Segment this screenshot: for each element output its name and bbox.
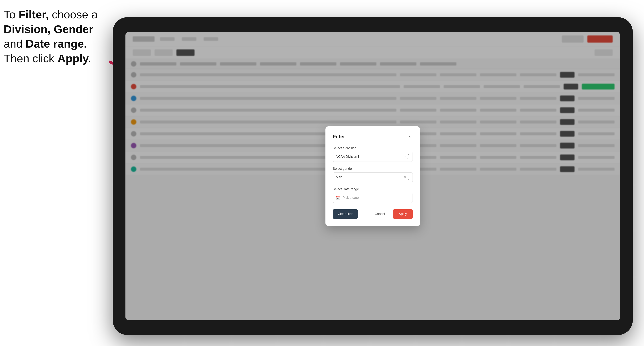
modal-title: Filter xyxy=(333,134,345,140)
close-icon: × xyxy=(408,134,411,139)
modal-overlay: Filter × Select a division NCAA Division… xyxy=(126,32,620,320)
date-range-field: Select Date range 📅 Pick a date xyxy=(333,187,413,203)
apply-button[interactable]: Apply xyxy=(393,209,413,219)
division-clear-icon[interactable]: × xyxy=(404,155,406,159)
gender-selected-value: Men xyxy=(336,175,342,179)
tablet-device: Filter × Select a division NCAA Division… xyxy=(113,17,633,335)
instruction-line3: and Date range. xyxy=(4,37,87,50)
instruction-line4: Then click Apply. xyxy=(4,52,91,65)
gender-select-controls: × ⌃⌵ xyxy=(404,174,410,180)
date-placeholder: Pick a date xyxy=(342,196,359,200)
modal-footer: Clear filter Cancel Apply xyxy=(333,209,413,219)
instruction-bold-division-gender: Division, Gender xyxy=(4,23,93,35)
tablet-screen: Filter × Select a division NCAA Division… xyxy=(126,32,620,320)
instruction-panel: To Filter, choose a Division, Gender and… xyxy=(4,7,109,66)
modal-close-button[interactable]: × xyxy=(406,134,413,140)
instruction-bold-date-range: Date range. xyxy=(26,37,87,50)
cancel-button[interactable]: Cancel xyxy=(370,209,390,219)
filter-modal: Filter × Select a division NCAA Division… xyxy=(326,126,420,226)
date-range-input[interactable]: 📅 Pick a date xyxy=(333,193,413,203)
calendar-icon: 📅 xyxy=(336,196,340,200)
division-label: Select a division xyxy=(333,146,413,150)
instruction-bold-apply: Apply. xyxy=(58,52,91,65)
gender-clear-icon[interactable]: × xyxy=(404,175,406,179)
modal-footer-actions: Cancel Apply xyxy=(370,209,413,219)
division-selected-value: NCAA Division I xyxy=(336,155,359,159)
date-range-label: Select Date range xyxy=(333,187,413,191)
division-select[interactable]: NCAA Division I × ⌃⌵ xyxy=(333,152,413,162)
instruction-line1: To Filter, choose a xyxy=(4,8,98,21)
instruction-bold-filter: Filter, xyxy=(19,8,49,21)
gender-arrow-icon: ⌃⌵ xyxy=(408,174,410,180)
gender-select[interactable]: Men × ⌃⌵ xyxy=(333,173,413,182)
division-select-controls: × ⌃⌵ xyxy=(404,154,410,160)
modal-header: Filter × xyxy=(333,134,413,140)
gender-field: Select gender Men × ⌃⌵ xyxy=(333,167,413,182)
gender-label: Select gender xyxy=(333,167,413,171)
division-arrow-icon: ⌃⌵ xyxy=(408,154,410,160)
clear-filter-button[interactable]: Clear filter xyxy=(333,209,358,219)
division-field: Select a division NCAA Division I × ⌃⌵ xyxy=(333,146,413,162)
